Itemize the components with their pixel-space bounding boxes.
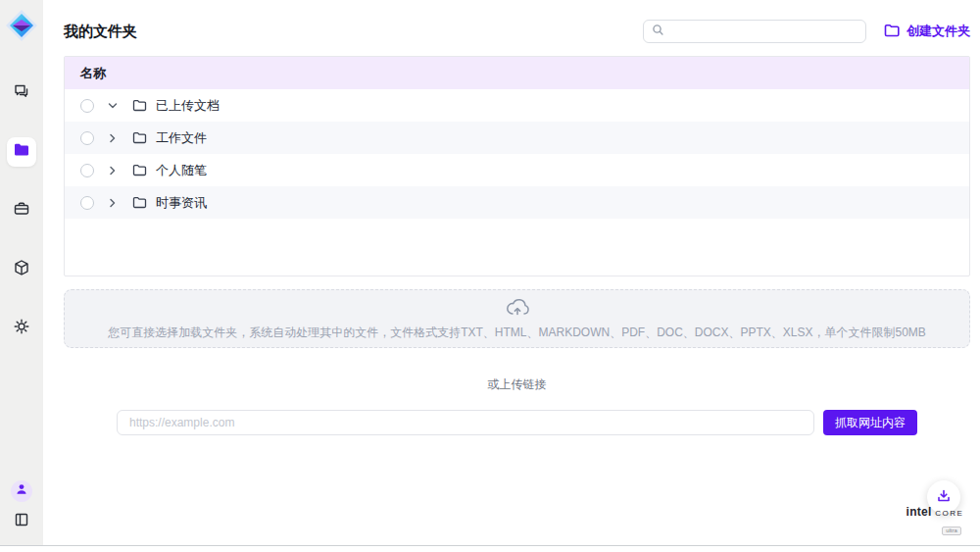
sidebar-item-box[interactable] xyxy=(7,255,36,284)
folder-icon xyxy=(13,141,30,163)
app-logo-icon[interactable] xyxy=(4,8,39,43)
briefcase-icon xyxy=(13,200,30,222)
sidebar xyxy=(0,0,43,545)
main-content: 我的文件夹 创建文件夹 名称 xyxy=(43,0,980,552)
person-icon xyxy=(15,482,28,500)
row-label: 工作文件 xyxy=(156,129,207,147)
collapse-panel-button[interactable] xyxy=(14,512,29,531)
table-row[interactable]: 时事资讯 xyxy=(65,186,969,219)
row-label: 时事资讯 xyxy=(156,194,207,212)
intel-wordmark: intel xyxy=(906,505,932,519)
chevron-icon[interactable] xyxy=(107,197,119,209)
fetch-url-button[interactable]: 抓取网址内容 xyxy=(823,410,917,435)
sidebar-item-folders[interactable] xyxy=(7,137,36,167)
table-row[interactable]: 已上传文档 xyxy=(65,89,969,122)
chevron-icon[interactable] xyxy=(107,165,119,176)
cloud-upload-icon xyxy=(505,296,530,322)
upload-dropzone[interactable]: 您可直接选择加载文件夹，系统自动处理其中的文件，文件格式支持TXT、HTML、M… xyxy=(64,289,970,348)
url-input[interactable] xyxy=(117,410,814,435)
url-upload-row: 抓取网址内容 xyxy=(64,410,970,435)
page-header: 我的文件夹 创建文件夹 xyxy=(64,20,970,43)
row-checkbox[interactable] xyxy=(80,99,94,113)
chevron-icon[interactable] xyxy=(107,132,119,144)
folder-plus-icon xyxy=(884,24,900,40)
sidebar-item-briefcase[interactable] xyxy=(7,196,36,226)
search-box[interactable] xyxy=(643,20,866,43)
or-upload-link-label: 或上传链接 xyxy=(64,376,970,393)
table-header-name: 名称 xyxy=(65,57,969,89)
sidebar-item-chat[interactable] xyxy=(7,78,36,108)
panel-layout-icon xyxy=(14,514,29,530)
chevron-icon[interactable] xyxy=(107,100,119,112)
folder-outline-icon xyxy=(132,196,147,209)
chat-icon xyxy=(13,82,30,104)
create-folder-button[interactable]: 创建文件夹 xyxy=(884,23,970,40)
cube-icon xyxy=(13,259,30,280)
core-wordmark: core xyxy=(935,505,963,519)
table-row[interactable]: 个人随笔 xyxy=(65,154,969,186)
page-title: 我的文件夹 xyxy=(64,23,137,41)
folder-outline-icon xyxy=(132,131,147,144)
user-avatar[interactable] xyxy=(11,480,32,502)
table-row[interactable]: 工作文件 xyxy=(65,122,969,154)
gear-icon xyxy=(13,318,30,339)
folder-outline-icon xyxy=(132,99,147,112)
intel-core-logo: intel core ultra xyxy=(900,505,970,536)
intel-ultra-badge: ultra xyxy=(942,527,961,535)
search-icon xyxy=(652,23,664,40)
sidebar-item-settings[interactable] xyxy=(7,314,36,343)
folder-table: 名称 已上传文档 工作文件 xyxy=(64,56,970,276)
download-icon xyxy=(936,488,952,507)
folder-outline-icon xyxy=(132,164,147,176)
search-input[interactable] xyxy=(670,25,858,38)
row-checkbox[interactable] xyxy=(80,131,94,145)
create-folder-label: 创建文件夹 xyxy=(906,23,970,40)
row-checkbox[interactable] xyxy=(80,196,94,210)
row-label: 个人随笔 xyxy=(156,162,207,179)
row-checkbox[interactable] xyxy=(80,164,94,177)
row-label: 已上传文档 xyxy=(156,97,220,115)
upload-hint-text: 您可直接选择加载文件夹，系统自动处理其中的文件，文件格式支持TXT、HTML、M… xyxy=(108,325,926,341)
